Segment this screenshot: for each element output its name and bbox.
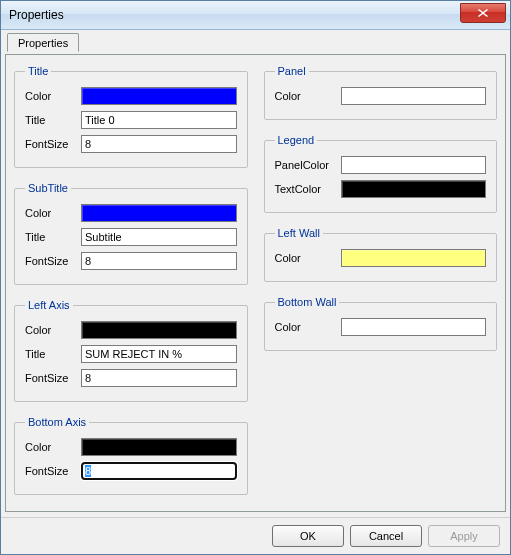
title-title-label: Title [25,114,81,126]
group-panel: Panel Color [264,65,498,120]
bottomaxis-color-swatch[interactable] [81,438,237,456]
bottomwall-color-swatch[interactable] [341,318,487,336]
subtitle-title-label: Title [25,231,81,243]
legend-textcolor-swatch[interactable] [341,180,487,198]
close-icon [478,9,488,17]
leftaxis-title-input[interactable] [81,345,237,363]
leftaxis-color-label: Color [25,324,81,336]
leftaxis-fontsize-label: FontSize [25,372,81,384]
tab-properties[interactable]: Properties [7,33,79,52]
legend-textcolor-label: TextColor [275,183,341,195]
properties-window: Properties Properties Title Color [0,0,511,555]
group-panel-legend: Panel [275,65,309,77]
apply-button[interactable]: Apply [428,525,500,547]
bottomaxis-color-label: Color [25,441,81,453]
leftwall-color-label: Color [275,252,341,264]
group-title: Title Color Title FontSize [14,65,248,168]
ok-button[interactable]: OK [272,525,344,547]
window-close-button[interactable] [460,3,506,23]
legend-panelcolor-label: PanelColor [275,159,341,171]
cancel-button[interactable]: Cancel [350,525,422,547]
client-area: Properties Title Color Title [1,30,510,517]
group-left-axis: Left Axis Color Title FontSize [14,299,248,402]
group-subtitle-legend: SubTitle [25,182,71,194]
left-column: Title Color Title FontSize [14,65,248,495]
panel-color-label: Color [275,90,341,102]
bottomaxis-fontsize-input[interactable] [81,462,237,480]
group-left-axis-legend: Left Axis [25,299,73,311]
leftwall-color-swatch[interactable] [341,249,487,267]
leftaxis-title-label: Title [25,348,81,360]
group-legend: Legend PanelColor TextColor [264,134,498,213]
title-fontsize-input[interactable] [81,135,237,153]
subtitle-fontsize-label: FontSize [25,255,81,267]
button-bar: OK Cancel Apply [1,517,510,554]
group-subtitle: SubTitle Color Title FontSize [14,182,248,285]
group-bottom-wall-legend: Bottom Wall [275,296,340,308]
title-fontsize-label: FontSize [25,138,81,150]
group-bottom-axis: Bottom Axis Color FontSize [14,416,248,495]
panel-color-swatch[interactable] [341,87,487,105]
leftaxis-fontsize-input[interactable] [81,369,237,387]
bottomwall-color-label: Color [275,321,341,333]
window-title: Properties [9,8,64,22]
group-bottom-wall: Bottom Wall Color [264,296,498,351]
right-column: Panel Color Legend PanelColor [264,65,498,495]
bottomaxis-fontsize-label: FontSize [25,465,81,477]
subtitle-color-swatch[interactable] [81,204,237,222]
tab-page-properties: Title Color Title FontSize [5,54,506,512]
title-color-swatch[interactable] [81,87,237,105]
subtitle-color-label: Color [25,207,81,219]
legend-panelcolor-swatch[interactable] [341,156,487,174]
group-bottom-axis-legend: Bottom Axis [25,416,89,428]
group-left-wall: Left Wall Color [264,227,498,282]
subtitle-fontsize-input[interactable] [81,252,237,270]
leftaxis-color-swatch[interactable] [81,321,237,339]
tabstrip: Properties [5,32,506,54]
group-legend-legend: Legend [275,134,318,146]
title-color-label: Color [25,90,81,102]
title-title-input[interactable] [81,111,237,129]
group-title-legend: Title [25,65,51,77]
subtitle-title-input[interactable] [81,228,237,246]
titlebar: Properties [1,1,510,30]
group-left-wall-legend: Left Wall [275,227,323,239]
